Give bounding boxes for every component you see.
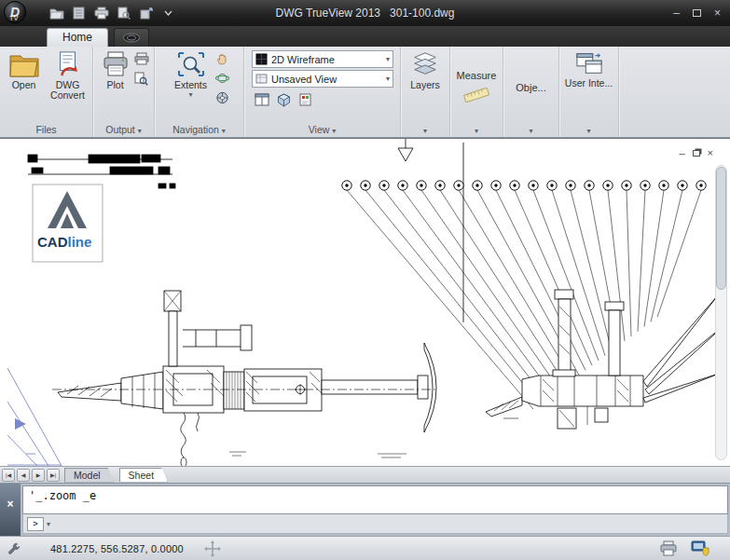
crosshair-icon[interactable] bbox=[204, 540, 221, 557]
ribbon: Open DWG Convert Files bbox=[0, 47, 730, 138]
user-interface-icon bbox=[574, 50, 604, 76]
objects-button[interactable]: Obje... bbox=[516, 82, 545, 93]
close-button[interactable]: × bbox=[714, 7, 721, 19]
scrollbar-thumb[interactable] bbox=[716, 167, 726, 290]
logo-line-text: line bbox=[68, 234, 92, 250]
wrench-icon[interactable] bbox=[7, 541, 22, 556]
ribbon-tab-row: Home bbox=[0, 26, 730, 47]
objects-panel-label: ▾ bbox=[503, 123, 558, 137]
layers-icon bbox=[410, 50, 440, 78]
logo-tv-label: TV bbox=[9, 15, 19, 21]
qat-customize-chevron-icon[interactable] bbox=[160, 6, 176, 21]
prev-layout-button[interactable]: ◀ bbox=[17, 469, 30, 482]
viewport-restore-icon[interactable] bbox=[693, 150, 700, 157]
window-buttons: – × bbox=[673, 7, 730, 19]
navigation-small-buttons bbox=[214, 49, 231, 123]
cadline-logo: CADline bbox=[33, 184, 103, 262]
capsule-icon bbox=[122, 33, 141, 43]
viewport-close-icon[interactable]: × bbox=[708, 148, 713, 157]
panel-objects: Obje... ▾ bbox=[503, 47, 559, 137]
tab-model[interactable]: Model bbox=[64, 468, 115, 483]
plot-button[interactable]: Plot bbox=[98, 49, 133, 123]
sheet-set-icon[interactable] bbox=[71, 6, 87, 21]
right-assembly bbox=[486, 290, 724, 429]
maximize-button[interactable] bbox=[693, 9, 701, 17]
preview-icon[interactable] bbox=[133, 71, 150, 86]
view-small-buttons bbox=[252, 92, 393, 107]
layout-tab-bar: |◀ ◀ ▶ ▶| Model Sheet bbox=[0, 466, 730, 483]
measure-ruler-icon bbox=[462, 85, 490, 105]
zoom-extents-icon bbox=[176, 50, 206, 78]
status-tray bbox=[659, 540, 723, 556]
command-input-row[interactable]: > ▾ bbox=[22, 514, 728, 534]
tab-menu[interactable] bbox=[114, 28, 149, 47]
zoom-extents-button[interactable]: Extents ▾ bbox=[168, 49, 214, 123]
coordinates-readout: 481.2275, 556.5287, 0.0000 bbox=[50, 543, 184, 554]
layers-panel-label: ▾ bbox=[401, 123, 449, 137]
measure-button[interactable]: Measure bbox=[457, 70, 497, 81]
navigation-panel-label: Navigation ▾ bbox=[155, 123, 243, 137]
command-close-icon[interactable]: × bbox=[7, 499, 13, 536]
viewport-config-icon[interactable] bbox=[254, 92, 270, 107]
command-history[interactable]: '_.zoom _e bbox=[22, 485, 728, 514]
named-view-icon bbox=[255, 73, 268, 85]
viewport-window-buttons: – × bbox=[679, 148, 713, 157]
command-prompt-icon[interactable]: > bbox=[27, 517, 44, 531]
app-logo[interactable]: D TV bbox=[0, 0, 41, 26]
wireframe-style-icon bbox=[255, 53, 268, 65]
trusted-source-status-icon[interactable] bbox=[691, 540, 709, 556]
user-interface-button[interactable]: User Inte... bbox=[561, 49, 616, 123]
open-folder-icon bbox=[8, 50, 40, 78]
cad-drawing: CADline bbox=[0, 139, 730, 466]
command-palette-grip[interactable]: × bbox=[0, 484, 21, 536]
svg-text:CADline: CADline bbox=[37, 234, 91, 250]
vertical-scrollbar[interactable] bbox=[715, 165, 727, 460]
files-panel-label: Files bbox=[0, 123, 92, 137]
plot-preview-icon[interactable] bbox=[116, 6, 131, 21]
command-history-chevron-icon[interactable]: ▾ bbox=[47, 520, 50, 528]
open-button[interactable]: Open bbox=[3, 49, 46, 123]
last-layout-button[interactable]: ▶| bbox=[47, 469, 60, 482]
logo-cad-text: CAD bbox=[37, 234, 68, 250]
tab-home[interactable]: Home bbox=[47, 28, 108, 47]
drawing-canvas[interactable]: CADline bbox=[0, 138, 730, 466]
visual-style-cube-icon[interactable] bbox=[275, 92, 292, 107]
pan-hand-icon[interactable] bbox=[214, 51, 231, 66]
named-view-dropdown[interactable]: Unsaved View ▾ bbox=[252, 70, 393, 88]
minimize-button[interactable]: – bbox=[673, 7, 680, 19]
visual-style-dropdown[interactable]: 2D Wireframe ▾ bbox=[252, 50, 393, 68]
blue-detail-view bbox=[7, 368, 62, 466]
command-palette: × '_.zoom _e > ▾ bbox=[0, 483, 730, 536]
next-layout-button[interactable]: ▶ bbox=[32, 469, 45, 482]
app-window: D TV DWG TrueView 2013 301-100.dwg bbox=[0, 0, 730, 560]
plot-printer-icon bbox=[101, 50, 131, 78]
batch-plot-icon[interactable] bbox=[133, 51, 150, 66]
status-bar: 481.2275, 556.5287, 0.0000 bbox=[0, 536, 730, 560]
panel-files: Open DWG Convert Files bbox=[0, 47, 93, 137]
layers-button[interactable]: Layers bbox=[403, 49, 448, 123]
output-panel-label: Output ▾ bbox=[93, 123, 154, 137]
first-layout-button[interactable]: |◀ bbox=[2, 469, 15, 482]
view-manager-icon[interactable] bbox=[296, 92, 313, 107]
panel-view: 2D Wireframe ▾ Unsaved View ▾ bbox=[244, 47, 401, 137]
viewport-minimize-icon[interactable]: – bbox=[679, 148, 684, 157]
publish-icon[interactable] bbox=[138, 6, 154, 21]
dwg-convert-button[interactable]: DWG Convert bbox=[46, 49, 90, 123]
panel-navigation: Extents ▾ Navigation ▾ bbox=[155, 47, 244, 137]
dwg-convert-icon bbox=[54, 50, 82, 78]
steering-wheel-icon[interactable] bbox=[214, 90, 231, 105]
title-bar: D TV DWG TrueView 2013 301-100.dwg bbox=[0, 0, 730, 26]
panel-output: Plot Output ▾ bbox=[93, 47, 155, 137]
tab-sheet[interactable]: Sheet bbox=[119, 468, 168, 483]
view-panel-label: View ▾ bbox=[244, 123, 400, 137]
measure-panel-label: ▾ bbox=[450, 123, 503, 137]
output-small-buttons bbox=[133, 49, 150, 123]
plotter-status-icon[interactable] bbox=[659, 540, 678, 556]
left-assembly bbox=[58, 291, 436, 466]
orbit-icon[interactable] bbox=[214, 71, 231, 86]
plot-icon[interactable] bbox=[93, 6, 109, 21]
quick-access-toolbar bbox=[48, 6, 176, 21]
ribbon-filler bbox=[619, 47, 730, 137]
open-icon[interactable] bbox=[48, 6, 64, 21]
panel-user-interface: User Inte... ▾ bbox=[559, 47, 619, 137]
